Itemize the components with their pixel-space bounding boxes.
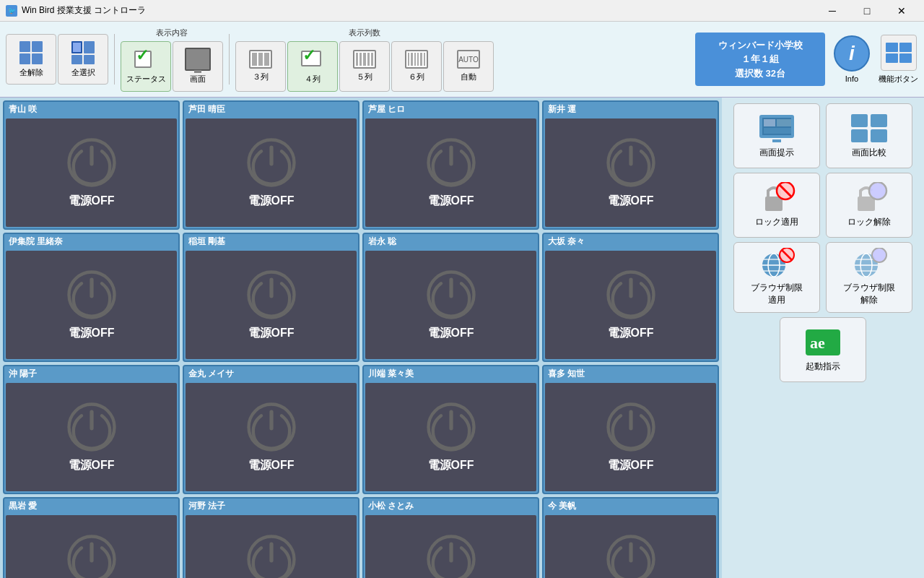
power-off-text: 電源OFF	[248, 326, 295, 341]
screen-compare-button[interactable]: 画面比較	[826, 103, 912, 168]
maximize-button[interactable]: □	[850, 0, 884, 22]
power-off-text: 電源OFF	[248, 194, 295, 209]
lock-apply-icon	[758, 183, 796, 213]
minimize-button[interactable]: ─	[816, 0, 849, 22]
student-card[interactable]: 川端 菜々美 電源OFF	[362, 365, 539, 494]
lock-release-icon	[850, 183, 888, 213]
power-off-text: 電源OFF	[428, 458, 474, 473]
all-deselect-button[interactable]: 全解除	[6, 34, 56, 85]
student-card[interactable]: 黒岩 愛 電源OFF	[3, 497, 180, 578]
student-card[interactable]: 金丸 メイサ 電源OFF	[183, 365, 359, 494]
student-name: 青山 咲	[4, 102, 178, 117]
student-card[interactable]: 河野 法子 電源OFF	[183, 497, 359, 578]
status-icon: ✓	[134, 48, 157, 71]
auto-button[interactable]: AUTO 自動	[443, 41, 494, 92]
student-name: 芦田 晴臣	[184, 102, 358, 117]
svg-rect-19	[764, 128, 791, 134]
kino-icon	[881, 35, 917, 71]
power-icon	[426, 137, 476, 188]
screen-buttons-row: 画面提示 画面比較	[728, 103, 918, 168]
screen-button[interactable]: 画面	[173, 41, 223, 92]
student-card[interactable]: 新井 運 電源OFF	[542, 100, 719, 230]
kino-button[interactable]: 機能ボタン	[879, 35, 918, 85]
browser-restrict-label: ブラウザ制限 適用	[751, 282, 803, 306]
student-card[interactable]: 芦田 晴臣 電源OFF	[183, 100, 359, 230]
student-card[interactable]: 稲垣 剛基 電源OFF	[183, 233, 359, 362]
student-grid: 青山 咲 電源OFF 芦田 晴臣	[3, 100, 719, 578]
student-card[interactable]: 大坂 奈々 電源OFF	[542, 233, 719, 362]
class-name: １年１組	[707, 52, 814, 66]
browser-release-icon	[850, 249, 888, 279]
all-select-label: 全選択	[71, 67, 95, 78]
browser-buttons-row: ブラウザ制限 適用 ブラウザ制限 解除	[728, 242, 918, 313]
5col-button[interactable]: ５列	[339, 41, 390, 92]
student-name: 喜多 知世	[544, 366, 718, 381]
student-card[interactable]: 芦屋 ヒロ 電源OFF	[362, 100, 539, 230]
info-label: Info	[845, 74, 858, 83]
student-card[interactable]: 岩永 聡 電源OFF	[362, 233, 539, 362]
display-content-group: 表示内容 ✓ ステータス 画面	[121, 27, 223, 92]
svg-rect-23	[871, 114, 887, 127]
student-grid-area[interactable]: 青山 咲 電源OFF 芦田 晴臣	[0, 98, 722, 578]
svg-rect-21	[772, 139, 781, 142]
lock-apply-label: ロック適用	[755, 216, 798, 228]
browser-restrict-button[interactable]: ブラウザ制限 適用	[733, 242, 820, 313]
launch-button[interactable]: ae 起動指示	[780, 317, 866, 382]
info-button[interactable]: i Info	[834, 35, 870, 83]
student-screen: 電源OFF	[6, 515, 177, 578]
student-screen: 電源OFF	[365, 515, 536, 578]
student-screen: 電源OFF	[186, 251, 357, 359]
svg-rect-25	[871, 129, 887, 142]
all-select-button[interactable]: 全選択	[58, 34, 108, 85]
browser-release-button[interactable]: ブラウザ制限 解除	[826, 242, 912, 313]
lock-release-button[interactable]: ロック解除	[826, 173, 912, 238]
student-name: 河野 法子	[184, 499, 358, 514]
app-icon: 🐦	[6, 5, 17, 17]
power-off-text: 電源OFF	[608, 194, 654, 209]
svg-rect-18	[764, 119, 775, 126]
student-card[interactable]: 今 美帆 電源OFF	[542, 497, 719, 578]
student-screen: 電源OFF	[545, 251, 716, 359]
screen-display-icon	[758, 113, 796, 144]
4col-icon: ✓	[301, 48, 324, 71]
power-icon	[246, 402, 297, 452]
status-button[interactable]: ✓ ステータス	[121, 41, 171, 92]
svg-rect-22	[851, 114, 868, 127]
student-screen: 電源OFF	[186, 515, 357, 578]
right-panel: 画面提示 画面比較	[722, 98, 924, 578]
4col-label: ４列	[305, 74, 321, 85]
screen-icon	[185, 48, 211, 71]
power-icon	[426, 534, 476, 579]
student-card[interactable]: 伊集院 里緒奈 電源OFF	[3, 233, 180, 362]
3col-button[interactable]: ３列	[235, 41, 286, 92]
separator-2	[229, 34, 230, 85]
lock-buttons-row: ロック適用 ロック解除	[728, 173, 918, 238]
screen-label: 画面	[190, 74, 206, 85]
student-card[interactable]: 青山 咲 電源OFF	[3, 100, 180, 230]
student-screen: 電源OFF	[186, 118, 357, 227]
all-deselect-label: 全解除	[19, 67, 43, 78]
student-card[interactable]: 喜多 知世 電源OFF	[542, 365, 719, 494]
power-icon	[606, 402, 656, 452]
student-screen: 電源OFF	[545, 515, 716, 578]
4col-button[interactable]: ✓ ４列	[287, 41, 338, 92]
power-icon	[426, 269, 476, 320]
svg-rect-24	[851, 129, 868, 142]
student-card[interactable]: 沖 陽子 電源OFF	[3, 365, 180, 494]
all-deselect-icon	[19, 41, 43, 64]
student-name: 小松 さとみ	[364, 499, 538, 514]
student-card[interactable]: 小松 さとみ 電源OFF	[362, 497, 539, 578]
browser-release-label: ブラウザ制限 解除	[843, 282, 895, 306]
student-screen: 電源OFF	[6, 383, 177, 491]
svg-rect-29	[858, 197, 875, 211]
screen-display-button[interactable]: 画面提示	[733, 103, 820, 168]
toolbar: 全解除 全選択 表示内容 ✓ ステータス	[0, 22, 924, 98]
window-controls: ─ □ ✕	[816, 0, 918, 22]
student-name: 稲垣 剛基	[184, 234, 358, 249]
close-button[interactable]: ✕	[885, 0, 918, 22]
status-label: ステータス	[126, 74, 166, 85]
power-off-text: 電源OFF	[608, 458, 654, 473]
app-title: Win Bird 授業支援 コントローラ	[22, 4, 146, 17]
6col-button[interactable]: ６列	[391, 41, 442, 92]
lock-apply-button[interactable]: ロック適用	[733, 173, 820, 238]
